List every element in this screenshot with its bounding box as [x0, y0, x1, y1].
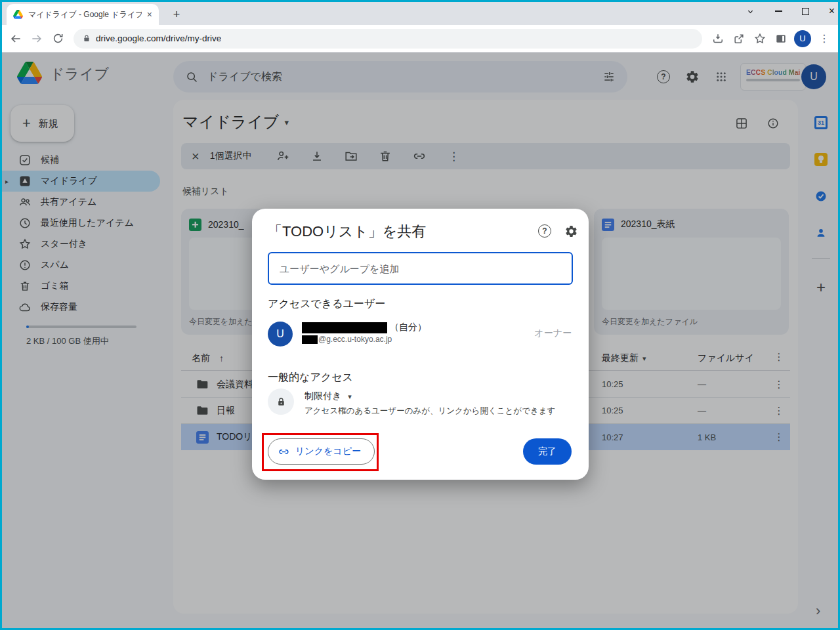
window-menu-chevron-icon[interactable]: [746, 7, 755, 16]
tab-close-icon[interactable]: ×: [147, 10, 152, 19]
done-button[interactable]: 完了: [523, 438, 572, 465]
redacted-email-prefix: [302, 335, 318, 344]
owner-self-label: （自分）: [390, 322, 427, 333]
dropdown-caret-icon: ▾: [348, 392, 352, 401]
new-tab-button[interactable]: +: [168, 6, 185, 23]
share-dialog: 「TODOリスト」を共有 ? アクセスできるユーザー U （自分） @g.ecc…: [252, 209, 589, 480]
owner-role-label: オーナー: [534, 327, 572, 339]
tab-title: マイドライブ - Google ドライブ: [28, 9, 142, 20]
drive-favicon: [13, 10, 23, 19]
restricted-lock-icon: [276, 396, 287, 408]
add-people-input[interactable]: [268, 252, 573, 285]
access-description: アクセス権のあるユーザーのみが、リンクから開くことができます: [304, 406, 555, 417]
bookmark-star-icon[interactable]: [749, 28, 770, 49]
lock-circle: [268, 388, 294, 415]
access-level-dropdown[interactable]: 制限付き ▾: [304, 390, 352, 402]
browser-tab[interactable]: マイドライブ - Google ドライブ ×: [7, 4, 159, 25]
url-text: drive.google.com/drive/my-drive: [96, 33, 221, 43]
page-download-icon[interactable]: [707, 28, 728, 49]
owner-name-line: （自分）: [302, 322, 427, 333]
window-close-button[interactable]: ×: [829, 6, 835, 16]
back-icon[interactable]: [5, 28, 26, 49]
browser-menu-icon[interactable]: ⋮: [814, 28, 835, 49]
window-minimize-button[interactable]: [775, 10, 782, 12]
url-bar[interactable]: drive.google.com/drive/my-drive: [74, 29, 702, 49]
browser-toolbar: drive.google.com/drive/my-drive U ⋮: [0, 25, 840, 52]
window-controls: ×: [746, 0, 835, 22]
people-section-label: アクセスできるユーザー: [268, 297, 385, 311]
owner-email-suffix: @g.ecc.u-tokyo.ac.jp: [318, 335, 392, 344]
reload-icon[interactable]: [47, 28, 68, 49]
window-maximize-button[interactable]: [802, 8, 809, 15]
owner-avatar: U: [268, 322, 293, 346]
annotation-highlight-box: [262, 433, 379, 471]
owner-email-line: @g.ecc.u-tokyo.ac.jp: [302, 335, 392, 344]
forward-icon[interactable]: [26, 28, 47, 49]
lock-icon: [83, 34, 91, 43]
dialog-help-icon[interactable]: ?: [537, 223, 553, 239]
dialog-title: 「TODOリスト」を共有: [268, 222, 426, 242]
dialog-settings-gear-icon[interactable]: [563, 223, 579, 239]
general-access-section-label: 一般的なアクセス: [268, 371, 353, 385]
redacted-name: [302, 322, 387, 333]
browser-titlebar: マイドライブ - Google ドライブ × + ×: [0, 0, 840, 25]
browser-profile-avatar[interactable]: U: [794, 30, 811, 47]
side-panel-icon[interactable]: [770, 28, 791, 49]
share-page-icon[interactable]: [728, 28, 749, 49]
